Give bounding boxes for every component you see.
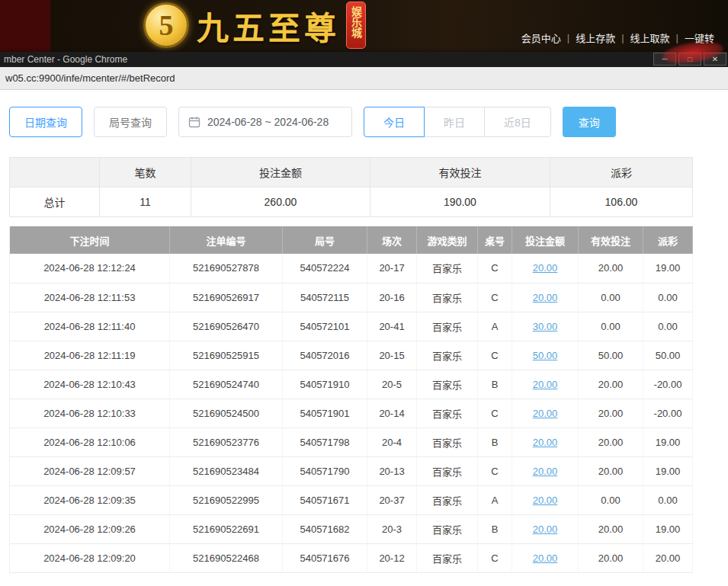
bet-id-cell: 521690522995 [170,485,283,514]
table-row: 2024-06-28 12:11:40521690526470540572101… [10,312,693,341]
bet-amount-link[interactable]: 20.00 [533,466,558,477]
table-no-cell: A [478,485,512,514]
column-header: 派彩 [643,226,693,254]
bet-id-cell: 521690526470 [170,312,283,341]
bet-amount-link[interactable]: 30.00 [533,321,558,332]
bet-amount-link[interactable]: 20.00 [533,262,558,274]
table-row: 2024-06-28 12:09:35521690522995540571671… [10,485,693,514]
bet-amount-cell: 50.00 [512,341,579,370]
session-cell: 20-4 [367,427,417,456]
column-header: 桌号 [478,226,512,254]
session-cell: 20-37 [367,485,417,514]
column-header: 注单编号 [170,226,283,254]
summary-total-row: 总计 11 260.00 190.00 106.00 [10,187,693,217]
bet-time-cell: 2024-06-28 12:10:43 [10,370,170,399]
table-no-cell: C [478,543,512,572]
bet-amount-link[interactable]: 50.00 [533,350,558,361]
round-id-cell: 540571682 [283,514,367,543]
bet-amount-link[interactable]: 20.00 [533,495,558,506]
bet-id-cell: 521690522691 [170,514,283,543]
game-type-cell: 百家乐 [417,456,478,485]
summary-valid-bet-value: 190.00 [370,187,550,217]
nav-member-center[interactable]: 会员中心 [515,30,567,45]
today-button[interactable]: 今日 [364,107,425,137]
session-cell: 20-15 [367,341,417,370]
last-8-days-button[interactable]: 近8日 [484,107,551,137]
summary-header-blank [10,158,100,187]
column-header: 场次 [367,226,417,254]
table-no-cell: A [478,312,512,341]
column-header: 下注时间 [10,226,170,254]
bet-amount-cell: 30.00 [512,312,579,341]
round-query-button[interactable]: 局号查询 [94,107,167,137]
session-cell: 20-41 [367,312,417,341]
valid-bet-cell: 20.00 [579,514,643,543]
bet-amount-link[interactable]: 20.00 [533,292,558,303]
bet-amount-cell: 20.00 [512,399,579,427]
payout-cell: 19.00 [643,427,693,456]
bet-id-cell: 521690525915 [170,341,283,370]
summary-table: 笔数 投注金额 有效投注 派彩 总计 11 260.00 190.00 106.… [9,157,693,217]
session-cell: 20-17 [367,254,417,283]
column-header: 有效投注 [579,226,643,254]
table-no-cell: C [478,399,512,427]
round-id-cell: 540572016 [283,341,367,370]
bet-amount-link[interactable]: 20.00 [533,552,558,564]
payout-cell: 19.00 [643,514,693,543]
table-row: 2024-06-28 12:10:06521690523776540571798… [10,427,693,456]
table-no-cell: C [478,283,512,312]
table-row: 2024-06-28 12:11:53521690526917540572115… [10,283,693,312]
date-range-input[interactable]: 2024-06-28 ~ 2024-06-28 [178,107,352,137]
payout-cell: 19.00 [643,254,693,283]
payout-cell: 50.00 [643,341,693,370]
game-type-cell: 百家乐 [417,485,478,514]
payout-cell: -20.00 [643,370,693,399]
url-bar[interactable]: w05.cc:9900/infe/mcenter/#/betRecord [0,67,728,90]
table-row: 2024-06-28 12:09:20521690522468540571676… [10,543,693,572]
nav-online-deposit[interactable]: 线上存款 [569,30,621,45]
window-title: mber Center - Google Chrome [4,54,127,65]
summary-header-valid-bet: 有效投注 [370,158,550,187]
payout-cell: 20.00 [643,543,693,572]
table-no-cell: B [478,370,512,399]
site-badge: 娱乐城 [346,2,366,49]
bet-amount-link[interactable]: 20.00 [533,524,558,535]
table-no-cell: C [478,254,512,283]
table-no-cell: B [478,427,512,456]
summary-header-bet-amount: 投注金额 [191,158,370,187]
date-query-button[interactable]: 日期查询 [9,107,82,137]
valid-bet-cell: 0.00 [579,485,643,514]
bet-amount-link[interactable]: 20.00 [533,408,558,419]
chrome-window: mber Center - Google Chrome ─ □ ✕ w05.cc… [0,52,728,586]
bet-time-cell: 2024-06-28 12:09:20 [10,543,170,572]
session-cell: 20-3 [367,514,417,543]
round-id-cell: 540572115 [283,283,367,312]
search-button[interactable]: 查询 [563,107,616,137]
bet-amount-link[interactable]: 20.00 [533,437,558,448]
summary-header-count: 笔数 [100,158,191,187]
nav-online-withdraw[interactable]: 线上取款 [624,30,676,45]
round-id-cell: 540571671 [283,485,367,514]
session-cell: 20-16 [367,283,417,312]
round-id-cell: 540571901 [283,399,367,427]
round-id-cell: 540572224 [283,254,367,283]
summary-header-row: 笔数 投注金额 有效投注 派彩 [10,158,693,187]
calendar-icon [188,116,200,128]
table-row: 2024-06-28 12:09:57521690523484540571790… [10,456,693,485]
bet-amount-cell: 20.00 [512,427,579,456]
column-header: 投注金额 [512,226,579,254]
summary-bet-amount-value: 260.00 [191,187,370,217]
bet-amount-cell: 20.00 [512,254,579,283]
game-type-cell: 百家乐 [417,254,478,283]
bet-amount-cell: 20.00 [512,543,579,572]
table-no-cell: C [478,456,512,485]
round-id-cell: 540571910 [283,370,367,399]
bet-amount-link[interactable]: 20.00 [533,379,558,390]
bet-id-cell: 521690522468 [170,543,283,572]
summary-header-payout: 派彩 [550,158,693,187]
game-type-cell: 百家乐 [417,514,478,543]
yesterday-button[interactable]: 昨日 [424,107,485,137]
bet-amount-cell: 20.00 [512,456,579,485]
bet-time-cell: 2024-06-28 12:09:57 [10,456,170,485]
payout-cell: -20.00 [643,399,693,427]
